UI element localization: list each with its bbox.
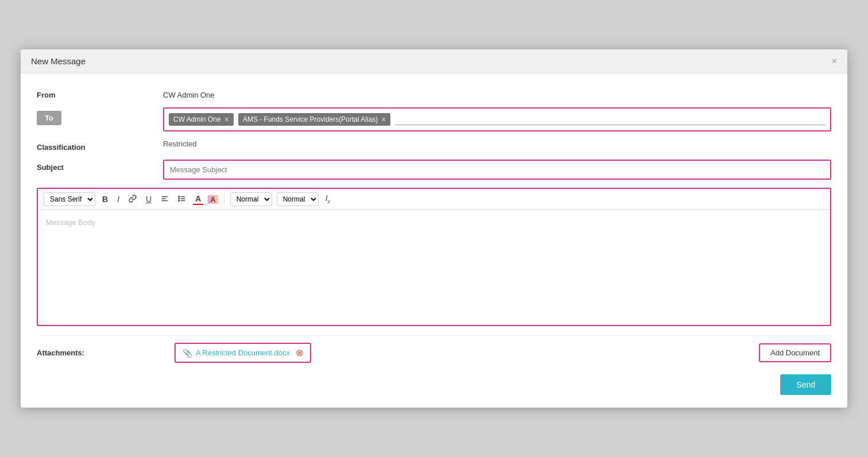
modal-title: New Message [31, 56, 86, 66]
attachment-tag: 📎 A Restricted Document.docx ⊗ [175, 343, 311, 363]
editor-body[interactable]: Message Body [38, 210, 830, 325]
classification-value: Restricted [163, 140, 197, 148]
font-size-select-1[interactable]: Normal [230, 192, 272, 206]
close-button[interactable]: × [832, 57, 837, 66]
italic-button[interactable]: I [115, 194, 122, 204]
from-value: CW Admin One [163, 87, 215, 99]
classification-label: Classification [37, 140, 163, 152]
footer-row: Send [37, 367, 831, 398]
attachments-label: Attachments: [37, 348, 163, 357]
recipient-tag: AMS - Funds Service Providers(Portal Ali… [238, 113, 391, 126]
attachment-filename: A Restricted Document.docx [196, 348, 290, 357]
send-button[interactable]: Send [780, 374, 831, 395]
from-label: From [37, 87, 163, 99]
recipient-name: CW Admin One [173, 115, 221, 123]
remove-attachment-button[interactable]: ⊗ [296, 347, 303, 358]
subject-input[interactable] [164, 161, 830, 179]
subject-label: Subject [37, 160, 163, 172]
from-row: From CW Admin One [37, 87, 831, 99]
to-row: To CW Admin One × AMS - Funds Service Pr… [37, 107, 831, 131]
clear-format-button[interactable]: Ix [323, 193, 332, 206]
classification-row: Classification Restricted [37, 140, 831, 152]
to-field[interactable]: CW Admin One × AMS - Funds Service Provi… [163, 107, 831, 131]
underline-button[interactable]: U [144, 194, 154, 204]
align-left-button[interactable] [158, 193, 171, 205]
highlight-button[interactable]: A [208, 195, 218, 204]
to-label-container: To [37, 107, 163, 125]
font-family-select[interactable]: Sans Serif [44, 192, 95, 206]
link-button[interactable] [126, 193, 139, 205]
to-input[interactable] [395, 114, 826, 125]
toolbar-divider [224, 194, 224, 204]
bold-button[interactable]: B [100, 194, 110, 204]
attachments-row: Attachments: 📎 A Restricted Document.doc… [37, 335, 831, 367]
list-button[interactable] [176, 193, 188, 205]
recipient-tag: CW Admin One × [169, 113, 234, 126]
to-button[interactable]: To [37, 111, 61, 125]
recipient-name: AMS - Funds Service Providers(Portal Ali… [243, 115, 378, 123]
subject-wrapper [163, 160, 831, 180]
font-size-select-2[interactable]: Normal [277, 192, 319, 206]
subject-row: Subject [37, 160, 831, 180]
editor-toolbar: Sans Serif B I U [38, 189, 830, 210]
remove-recipient-1[interactable]: × [224, 115, 229, 123]
message-editor: Sans Serif B I U [37, 188, 831, 326]
svg-point-6 [179, 196, 180, 197]
svg-point-8 [179, 200, 180, 202]
svg-point-7 [179, 198, 180, 199]
remove-recipient-2[interactable]: × [381, 115, 386, 123]
add-document-button[interactable]: Add Document [759, 343, 831, 362]
new-message-modal: New Message × From CW Admin One To CW Ad… [21, 49, 847, 408]
paperclip-icon: 📎 [183, 348, 192, 358]
modal-header: New Message × [21, 49, 847, 73]
modal-body: From CW Admin One To CW Admin One × AMS … [21, 73, 847, 408]
font-color-button[interactable]: A [193, 193, 203, 205]
